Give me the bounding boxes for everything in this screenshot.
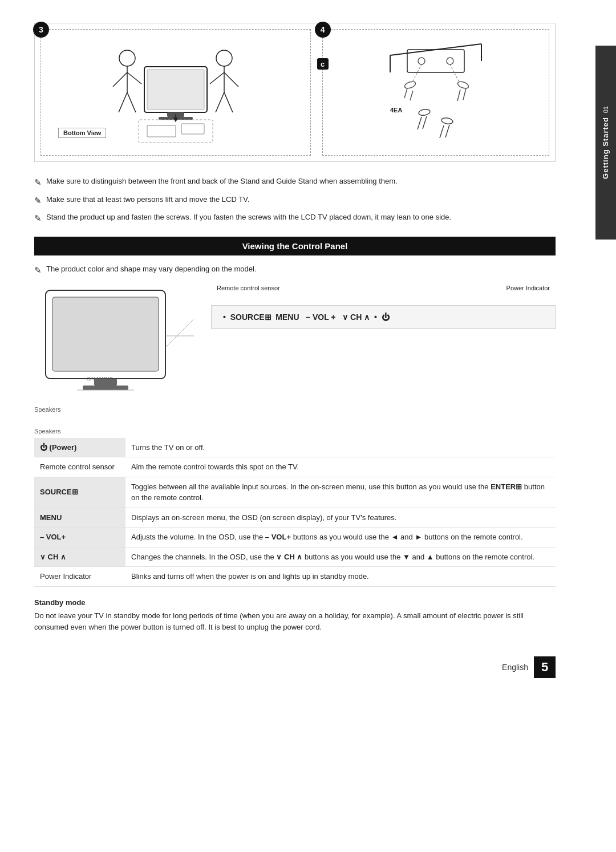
function-desc-source: Toggles between all the available input … [125, 477, 556, 508]
function-label-menu: MENU [34, 508, 125, 528]
svg-line-39 [445, 125, 449, 137]
table-row: – VOL+ Adjusts the volume. In the OSD, u… [34, 528, 556, 547]
note-item-2: ✎ Make sure that at least two persons li… [34, 194, 556, 208]
standby-title: Standby mode [34, 598, 556, 607]
page-footer: English 5 [34, 651, 556, 678]
speakers-label: Speakers [34, 406, 194, 413]
svg-rect-13 [147, 70, 204, 109]
c-badge: c [317, 58, 329, 70]
svg-point-25 [447, 58, 453, 64]
side-tab: 01 Getting Started [595, 46, 616, 240]
illustration-area: 3 [34, 23, 556, 162]
language-label: English [502, 663, 528, 672]
svg-point-27 [404, 80, 416, 90]
tv-diagram-left: SAMSUNG Speakers [34, 285, 194, 416]
function-desc-ch: Changes the channels. In the OSD, use th… [125, 547, 556, 567]
function-desc-power: Turns the TV on or off. [125, 438, 556, 457]
function-desc-indicator: Blinks and turns off when the power is o… [125, 567, 556, 587]
svg-point-31 [457, 80, 469, 90]
tv-diagram-svg: SAMSUNG [34, 285, 194, 404]
tv-diagram-area: SAMSUNG Speakers [34, 285, 556, 416]
svg-point-6 [216, 50, 232, 66]
step4-illustration: 4 c [322, 29, 549, 156]
speakers-above-table: Speakers [34, 428, 556, 435]
power-indicator-label: Power Indicator [506, 285, 550, 291]
table-row: ⏻ (Power) Turns the TV on or off. [34, 438, 556, 457]
note-icon-2: ✎ [34, 194, 42, 208]
svg-line-35 [418, 117, 422, 129]
function-label-vol: – VOL+ [34, 528, 125, 547]
page-number: 5 [534, 656, 556, 678]
svg-text:4EA: 4EA [390, 107, 402, 113]
svg-rect-45 [83, 386, 128, 390]
note-icon-3: ✎ [34, 212, 42, 225]
svg-line-29 [410, 91, 413, 100]
svg-line-10 [216, 92, 224, 112]
svg-line-11 [224, 92, 233, 112]
table-row: Remote control sensor Aim the remote con… [34, 457, 556, 477]
function-desc-sensor: Aim the remote control towards this spot… [125, 457, 556, 477]
function-label-ch: ∨ CH ∧ [34, 547, 125, 567]
section-header: Viewing the Control Panel [34, 237, 556, 255]
svg-point-0 [119, 50, 135, 66]
svg-line-48 [165, 319, 194, 347]
function-label-power: ⏻ (Power) [34, 438, 125, 457]
notes-section: ✎ Make sure to distinguish between the f… [34, 176, 556, 225]
note-text-1: Make sure to distinguish between the fro… [46, 176, 398, 187]
product-note: ✎ The product color and shape may vary d… [34, 265, 556, 275]
svg-rect-17 [147, 125, 176, 137]
standby-text: Do not leave your TV in standby mode for… [34, 610, 556, 634]
bottom-view-label: Bottom View [58, 128, 106, 138]
svg-point-37 [441, 117, 453, 124]
table-row: Power Indicator Blinks and turns off whe… [34, 567, 556, 587]
control-buttons-bar: • SOURCE⊞ MENU – VOL + ∨ CH ∧ • ⏻ [211, 305, 556, 329]
remote-sensor-label: Remote control sensor [217, 285, 280, 291]
svg-line-8 [210, 72, 224, 84]
step3-badge: 3 [33, 22, 49, 38]
step4-svg: 4EA [379, 38, 493, 147]
product-note-icon: ✎ [34, 265, 42, 275]
svg-line-2 [113, 72, 127, 87]
controls-bar-text: • SOURCE⊞ MENU – VOL + ∨ CH ∧ • ⏻ [223, 313, 390, 322]
svg-point-24 [418, 58, 425, 64]
svg-line-28 [404, 88, 407, 98]
svg-rect-18 [181, 124, 204, 134]
svg-line-36 [423, 116, 427, 129]
table-row: ∨ CH ∧ Changes the channels. In the OSD,… [34, 547, 556, 567]
step3-svg [102, 35, 250, 149]
standby-section: Standby mode Do not leave your TV in sta… [34, 598, 556, 634]
function-label-sensor: Remote control sensor [34, 457, 125, 477]
svg-line-38 [440, 125, 444, 138]
function-table: ⏻ (Power) Turns the TV on or off. Remote… [34, 438, 556, 587]
step4-badge: 4 [315, 22, 331, 38]
svg-line-5 [127, 92, 136, 112]
chapter-title: Getting Started [601, 117, 610, 179]
note-item-1: ✎ Make sure to distinguish between the f… [34, 176, 556, 189]
diagram-labels: Remote control sensor Power Indicator [211, 285, 556, 291]
control-panel-section: ✎ The product color and shape may vary d… [34, 265, 556, 679]
svg-line-32 [457, 90, 460, 101]
product-note-text: The product color and shape may vary dep… [46, 265, 257, 273]
chapter-number: 01 [602, 106, 609, 113]
function-label-indicator: Power Indicator [34, 567, 125, 587]
svg-line-9 [224, 72, 238, 87]
step3-illustration: 3 [40, 29, 311, 156]
note-text-3: Stand the product up and fasten the scre… [46, 212, 451, 223]
svg-rect-42 [52, 297, 159, 371]
tv-diagram-right: Remote control sensor Power Indicator • … [211, 285, 556, 329]
svg-line-33 [463, 88, 466, 100]
function-label-source: SOURCE⊞ [34, 477, 125, 508]
function-desc-menu: Displays an on-screen menu, the OSD (on … [125, 508, 556, 528]
note-text-2: Make sure that at least two persons lift… [46, 194, 249, 205]
page-container: 01 Getting Started 3 [0, 0, 616, 852]
svg-line-4 [119, 92, 127, 112]
note-icon-1: ✎ [34, 176, 42, 189]
function-desc-vol: Adjusts the volume. In the OSD, use the … [125, 528, 556, 547]
svg-rect-44 [94, 379, 117, 386]
svg-rect-23 [407, 50, 464, 72]
main-content: 3 [0, 0, 595, 852]
table-row: MENU Displays an on-screen menu, the OSD… [34, 508, 556, 528]
svg-line-3 [127, 72, 141, 84]
svg-point-34 [418, 108, 430, 116]
table-row: SOURCE⊞ Toggles between all the availabl… [34, 477, 556, 508]
